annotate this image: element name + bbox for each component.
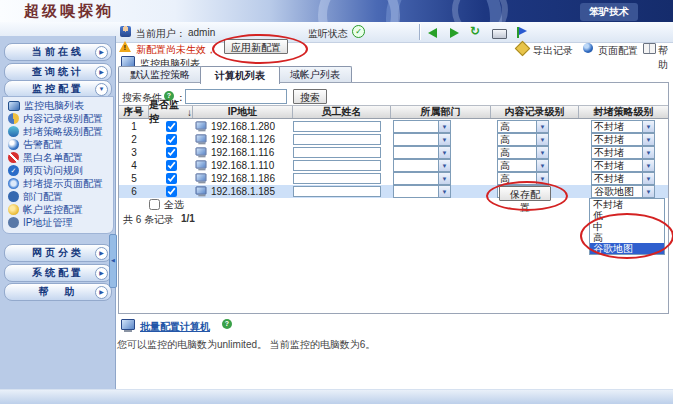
block-level-select[interactable]: 不封堵▼ [591,159,655,172]
employee-name-input[interactable] [293,160,381,171]
header-ip[interactable]: IP地址 [193,106,293,118]
refresh-icon[interactable]: ↻ [470,24,482,38]
search-input[interactable] [185,89,287,104]
monitor-checkbox[interactable] [166,121,177,132]
help-book-icon[interactable] [643,43,656,54]
export-icon[interactable] [515,41,531,57]
header-block-level[interactable]: 封堵策略级别 [579,106,668,118]
search-button[interactable]: 搜索 [293,89,327,104]
department-select[interactable]: ▼ [393,120,451,133]
sidebar-item-alert-config[interactable]: 告警配置 [8,138,110,151]
monitor-checkbox[interactable] [166,160,177,171]
chevron-down-icon[interactable]: ▼ [642,134,654,145]
sidebar-item-account-monitor-config[interactable]: 帐户监控配置 [8,203,110,216]
page-config-link[interactable]: 页面配置 [598,44,638,58]
block-level-select[interactable]: 不封堵▼ [591,146,655,159]
department-select[interactable]: ▼ [393,172,451,185]
header-department[interactable]: 所属部门 [391,106,491,118]
block-level-select[interactable]: 不封堵▼ [591,172,655,185]
department-select[interactable]: ▼ [393,133,451,146]
chevron-down-icon[interactable]: ▼ [536,134,548,145]
employee-name-input[interactable] [293,173,381,184]
header-no[interactable]: 序号 [119,106,149,118]
sidebar-item-blackwhite-list[interactable]: 黑白名单配置 [8,151,110,164]
sidebar-item-web-access-rules[interactable]: ✓网页访问规则 [8,164,110,177]
chevron-down-icon[interactable]: ▼ [438,160,450,171]
expand-arrow-icon[interactable]: ▶ [95,46,108,59]
record-level-select[interactable]: 高▼ [497,120,549,133]
chevron-down-icon[interactable]: ▼ [536,121,548,132]
flag-icon[interactable] [517,27,519,38]
employee-name-input[interactable] [293,147,381,158]
dropdown-option[interactable]: 不封堵 [590,199,664,210]
tab-computer-list[interactable]: 计算机列表 [200,66,280,84]
block-level-select[interactable]: 不封堵▼ [591,133,655,146]
monitor-checkbox[interactable] [166,147,177,158]
select-all-checkbox[interactable] [149,199,160,210]
record-level-select[interactable]: 高▼ [497,133,549,146]
sidebar-section-help[interactable]: 帮 助 ▶ [4,283,112,301]
sidebar-item-monitor-computer-list[interactable]: 监控电脑列表 [8,99,110,112]
record-level-select[interactable]: 高▼ [497,159,549,172]
chevron-down-icon[interactable]: ▼ [536,147,548,158]
chevron-down-icon[interactable]: ▼ [438,173,450,184]
dropdown-option[interactable]: 中 [590,221,664,232]
block-level-select-open[interactable]: 谷歌地图▼ [591,185,655,198]
sidebar-section-query-stats[interactable]: 查询统计 ▶ [4,63,112,81]
chevron-down-icon[interactable]: ▼ [438,134,450,145]
header-record-level[interactable]: 内容记录级别 [491,106,579,118]
chevron-down-icon[interactable]: ▼ [642,173,654,184]
chevron-down-icon[interactable]: ▼ [536,160,548,171]
print-icon[interactable] [492,29,507,39]
collapse-arrow-icon[interactable]: ▼ [95,83,108,96]
sidebar-collapse-handle[interactable]: ◀ [109,234,117,288]
expand-arrow-icon[interactable]: ▶ [95,267,108,280]
chevron-down-icon[interactable]: ▼ [438,186,450,197]
employee-name-input[interactable] [293,121,381,132]
dropdown-option[interactable]: 低 [590,210,664,221]
chevron-down-icon[interactable]: ▼ [438,147,450,158]
expand-arrow-icon[interactable]: ▶ [95,66,108,79]
page-config-icon[interactable] [583,43,593,53]
chevron-down-icon[interactable]: ▼ [642,160,654,171]
sidebar-item-block-policy-level[interactable]: 封堵策略级别配置 [8,125,110,138]
record-level-select[interactable]: 高▼ [497,146,549,159]
sidebar-section-system-config[interactable]: 系统配置 ▶ [4,264,112,282]
expand-arrow-icon[interactable]: ▶ [95,286,108,299]
sidebar-item-ip-address-management[interactable]: IP地址管理 [8,216,110,229]
dropdown-option-highlighted[interactable]: 谷歌地图 [590,243,664,254]
tab-domain-account-list[interactable]: 域帐户列表 [278,66,352,83]
sidebar-item-content-record-level[interactable]: 内容记录级别配置 [8,112,110,125]
sidebar-section-web-category[interactable]: 网页分类 ▶ [4,244,112,262]
forward-icon[interactable] [450,28,459,38]
chevron-down-icon[interactable]: ▼ [536,173,548,184]
sidebar-section-online[interactable]: 当前在线 ▶ [4,43,112,61]
header-monitored[interactable]: 是否监控↓ [149,106,193,118]
dropdown-option[interactable]: 高 [590,232,664,243]
monitor-checkbox[interactable] [166,173,177,184]
apply-config-button[interactable]: 应用新配置 [224,39,288,54]
department-select[interactable]: ▼ [393,185,451,198]
chevron-down-icon[interactable]: ▼ [642,186,654,197]
record-level-select[interactable]: 高▼ [497,172,549,185]
chevron-down-icon[interactable]: ▼ [642,147,654,158]
employee-name-input[interactable] [293,186,381,197]
chevron-down-icon[interactable]: ▼ [642,121,654,132]
tab-default-monitor-policy[interactable]: 默认监控策略 [118,66,202,83]
back-icon[interactable] [428,28,437,38]
help-link[interactable]: 帮助 [658,44,673,72]
sidebar-item-block-prompt-page[interactable]: 封堵提示页面配置 [8,177,110,190]
chevron-down-icon[interactable]: ▼ [438,121,450,132]
expand-arrow-icon[interactable]: ▶ [95,247,108,260]
department-select[interactable]: ▼ [393,159,451,172]
export-records-link[interactable]: 导出记录 [533,44,573,58]
save-config-button[interactable]: 保存配置 [499,186,551,201]
sidebar-item-department-config[interactable]: 部门配置 [8,190,110,203]
header-employee[interactable]: 员工姓名 [293,106,391,118]
batch-config-link[interactable]: 批量配置计算机 [140,320,210,334]
employee-name-input[interactable] [293,134,381,145]
monitor-checkbox[interactable] [166,134,177,145]
monitor-checkbox[interactable] [166,186,177,197]
department-select[interactable]: ▼ [393,146,451,159]
block-level-select[interactable]: 不封堵▼ [591,120,655,133]
